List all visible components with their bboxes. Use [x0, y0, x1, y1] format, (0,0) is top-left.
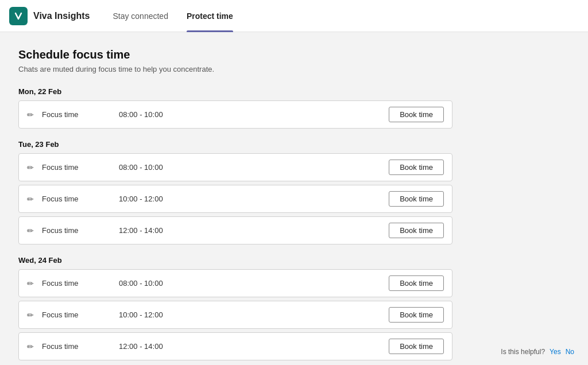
pencil-icon: ✏: [27, 195, 34, 204]
day-section-2: Wed, 24 Feb✏Focus time08:00 - 10:00Book …: [18, 256, 452, 360]
focus-label: Focus time: [42, 226, 111, 235]
focus-label: Focus time: [42, 279, 111, 288]
helpful-no[interactable]: No: [566, 348, 574, 356]
day-section-0: Mon, 22 Feb✏Focus time08:00 - 10:00Book …: [18, 87, 452, 129]
day-label-2: Wed, 24 Feb: [18, 256, 452, 265]
focus-row: ✏Focus time12:00 - 14:00Book time: [18, 332, 452, 360]
focus-row: ✏Focus time12:00 - 14:00Book time: [18, 216, 452, 244]
book-time-button[interactable]: Book time: [389, 191, 444, 207]
app-header: Viva Insights Stay connected Protect tim…: [0, 0, 588, 32]
nav-tabs: Stay connected Protect time: [103, 0, 242, 32]
book-time-button[interactable]: Book time: [389, 223, 444, 238]
day-section-1: Tue, 23 Feb✏Focus time08:00 - 10:00Book …: [18, 140, 452, 244]
focus-row: ✏Focus time08:00 - 10:00Book time: [18, 269, 452, 297]
book-time-button[interactable]: Book time: [389, 107, 444, 122]
page-subtitle: Chats are muted during focus time to hel…: [18, 65, 452, 73]
book-time-button[interactable]: Book time: [389, 339, 444, 354]
svg-rect-0: [13, 10, 24, 22]
pencil-icon: ✏: [27, 226, 34, 235]
focus-label: Focus time: [42, 110, 111, 119]
focus-time: 12:00 - 14:00: [119, 226, 381, 235]
focus-label: Focus time: [42, 195, 111, 203]
pencil-icon: ✏: [27, 110, 34, 119]
page-title: Schedule focus time: [18, 48, 452, 61]
pencil-icon: ✏: [27, 342, 34, 351]
day-label-1: Tue, 23 Feb: [18, 140, 452, 149]
main-content: Schedule focus time Chats are muted duri…: [0, 32, 471, 365]
tab-stay-connected[interactable]: Stay connected: [103, 0, 177, 32]
focus-label: Focus time: [42, 310, 111, 319]
book-time-button[interactable]: Book time: [389, 275, 444, 291]
focus-row: ✏Focus time08:00 - 10:00Book time: [18, 153, 452, 181]
focus-row: ✏Focus time10:00 - 12:00Book time: [18, 185, 452, 213]
focus-time: 12:00 - 14:00: [119, 342, 381, 351]
day-label-0: Mon, 22 Feb: [18, 87, 452, 96]
pencil-icon: ✏: [27, 279, 34, 288]
focus-label: Focus time: [42, 342, 111, 351]
footer-helpful: Is this helpful? Yes No: [501, 348, 574, 356]
focus-row: ✏Focus time10:00 - 12:00Book time: [18, 301, 452, 329]
book-time-button[interactable]: Book time: [389, 160, 444, 175]
helpful-yes[interactable]: Yes: [550, 348, 561, 356]
focus-label: Focus time: [42, 163, 111, 172]
pencil-icon: ✏: [27, 163, 34, 172]
focus-time: 08:00 - 10:00: [119, 163, 381, 172]
focus-time: 08:00 - 10:00: [119, 110, 381, 119]
logo-container: Viva Insights: [9, 7, 90, 25]
pencil-icon: ✏: [27, 310, 34, 320]
days-container: Mon, 22 Feb✏Focus time08:00 - 10:00Book …: [18, 87, 452, 365]
focus-row: ✏Focus time08:00 - 10:00Book time: [18, 100, 452, 129]
focus-time: 10:00 - 12:00: [119, 310, 381, 319]
tab-protect-time[interactable]: Protect time: [177, 0, 242, 32]
helpful-text: Is this helpful?: [501, 348, 545, 356]
app-logo-icon: [9, 7, 28, 25]
focus-time: 08:00 - 10:00: [119, 279, 381, 288]
app-title: Viva Insights: [33, 11, 90, 21]
book-time-button[interactable]: Book time: [389, 307, 444, 323]
focus-time: 10:00 - 12:00: [119, 195, 381, 203]
